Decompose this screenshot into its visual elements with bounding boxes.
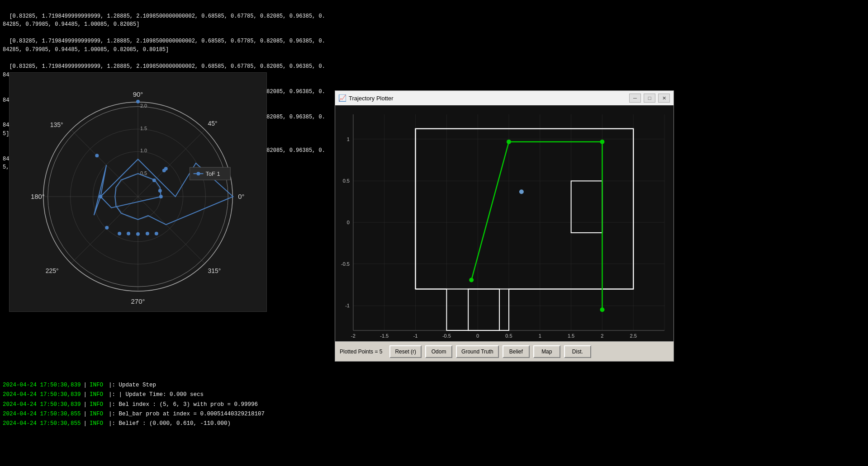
svg-point-31	[127, 232, 130, 235]
svg-text:1.0: 1.0	[140, 148, 147, 153]
log-line-1: 2024-04-24 17:50:30,839 | INFO |: Update…	[3, 381, 327, 390]
svg-text:135°: 135°	[50, 121, 63, 128]
svg-text:0.5: 0.5	[343, 178, 350, 184]
map-button[interactable]: Map	[533, 345, 560, 358]
odom-button[interactable]: Odom	[425, 345, 452, 358]
svg-text:-0.5: -0.5	[341, 261, 350, 267]
trajectory-window-icon: 📈	[339, 94, 346, 102]
ground-truth-button[interactable]: Ground Truth	[456, 345, 499, 358]
svg-point-24	[152, 179, 156, 182]
svg-text:180°: 180°	[31, 193, 45, 200]
svg-point-28	[99, 195, 102, 198]
svg-point-33	[146, 232, 149, 235]
svg-point-79	[519, 189, 524, 194]
trajectory-titlebar: 📈 Trajectory Plotter ─ □ ✕	[335, 91, 674, 105]
legend-label: ToF 1	[205, 170, 220, 177]
svg-text:0°: 0°	[238, 193, 244, 200]
svg-text:1: 1	[539, 333, 541, 339]
reset-button[interactable]: Reset (r)	[389, 345, 422, 358]
polar-chart: 90° 0° 180° 270° 45° 135° 225° 315° 0.5 …	[9, 72, 267, 312]
svg-point-29	[105, 226, 109, 230]
svg-rect-39	[335, 105, 674, 341]
svg-text:1: 1	[347, 137, 350, 142]
svg-point-23	[158, 189, 162, 193]
svg-text:90°: 90°	[133, 90, 143, 98]
svg-point-78	[600, 307, 604, 312]
plotted-points-label: Plotted Points = 5	[340, 348, 382, 355]
trajectory-window: 📈 Trajectory Plotter ─ □ ✕	[335, 90, 674, 362]
svg-text:-1: -1	[345, 303, 350, 308]
close-button[interactable]: ✕	[658, 94, 670, 103]
svg-point-22	[159, 195, 163, 198]
log-line-2: 2024-04-24 17:50:30,839 | INFO |: | Upda…	[3, 390, 327, 400]
svg-point-26	[136, 100, 140, 104]
svg-point-30	[118, 232, 121, 235]
log-line-5: 2024-04-24 17:50:30,855 | INFO |: Belief…	[3, 419, 327, 428]
svg-point-34	[155, 232, 158, 235]
svg-point-77	[600, 140, 604, 144]
svg-point-38	[197, 172, 200, 175]
svg-text:-1: -1	[413, 333, 418, 339]
console-line-2: [0.83285, 1.7198499999999999, 1.28885, 2…	[3, 38, 325, 53]
svg-point-76	[507, 140, 511, 144]
minimize-button[interactable]: ─	[629, 94, 641, 103]
svg-text:270°: 270°	[131, 297, 145, 305]
trajectory-window-title: Trajectory Plotter	[349, 95, 626, 102]
maximize-button[interactable]: □	[644, 94, 655, 103]
svg-text:2: 2	[601, 333, 603, 339]
svg-point-27	[95, 154, 99, 157]
trajectory-bottom-bar: Plotted Points = 5 Reset (r) Odom Ground…	[335, 341, 674, 361]
svg-text:225°: 225°	[46, 267, 59, 274]
svg-point-35	[162, 169, 166, 172]
svg-text:1.5: 1.5	[140, 126, 147, 131]
svg-text:2.0: 2.0	[140, 103, 147, 108]
svg-text:0: 0	[476, 333, 479, 339]
dist-button[interactable]: Dist.	[564, 345, 591, 358]
svg-text:45°: 45°	[208, 120, 217, 127]
svg-text:0: 0	[347, 220, 350, 225]
trajectory-plot-area: -2 -1.5 -1 -0.5 0 0.5 1 1.5 2 2.5 1 0.5 …	[335, 105, 674, 341]
log-line-3: 2024-04-24 17:50:30,839 | INFO |: Bel in…	[3, 400, 327, 410]
svg-text:1.5: 1.5	[568, 333, 574, 339]
log-area: 2024-04-24 17:50:30,839 | INFO |: Update…	[0, 378, 330, 466]
log-line-4: 2024-04-24 17:50:30,855 | INFO |: Bel_ba…	[3, 410, 327, 419]
svg-point-75	[469, 278, 474, 282]
svg-text:2.5: 2.5	[630, 333, 637, 339]
svg-text:-1.5: -1.5	[380, 333, 389, 339]
console-line-1: [0.83285, 1.7198499999999999, 1.28885, 2…	[3, 13, 325, 28]
svg-text:-0.5: -0.5	[442, 333, 451, 339]
svg-text:315°: 315°	[208, 267, 221, 274]
svg-point-32	[136, 232, 140, 236]
svg-text:-2: -2	[351, 333, 356, 339]
svg-text:0.5: 0.5	[505, 333, 512, 339]
belief-button[interactable]: Belief	[503, 345, 530, 358]
